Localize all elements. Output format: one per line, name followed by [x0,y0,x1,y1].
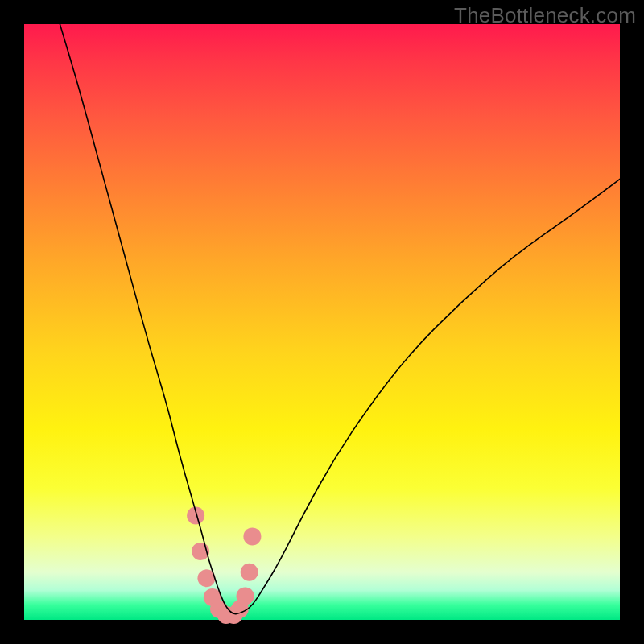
marker-dot [237,587,254,605]
marker-dot [243,527,261,545]
marker-dot [241,564,258,581]
chart-frame: TheBottleneck.com [0,0,644,644]
plot-area [24,24,620,620]
bottleneck-curve [60,24,620,614]
chart-svg [24,24,620,620]
